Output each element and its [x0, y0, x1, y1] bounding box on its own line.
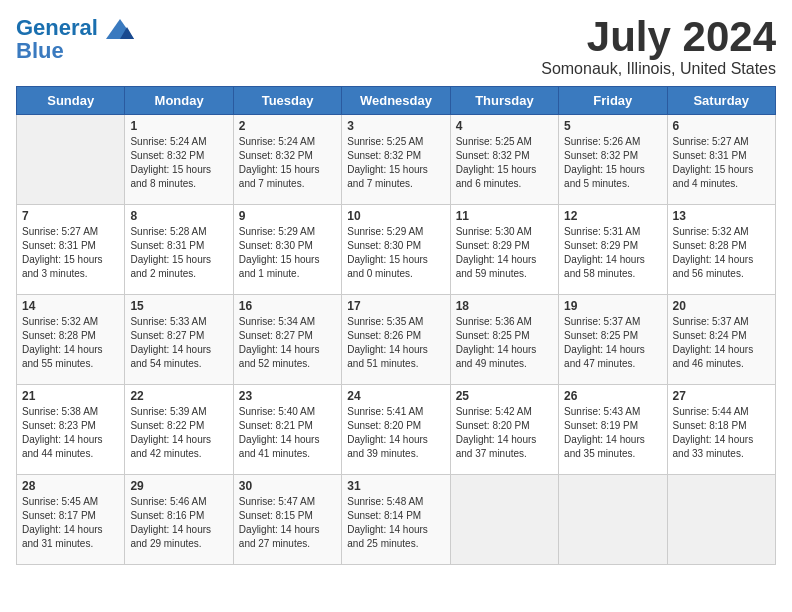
table-row: 3Sunrise: 5:25 AM Sunset: 8:32 PM Daylig…: [342, 115, 450, 205]
day-info: Sunrise: 5:28 AM Sunset: 8:31 PM Dayligh…: [130, 225, 227, 281]
day-info: Sunrise: 5:32 AM Sunset: 8:28 PM Dayligh…: [673, 225, 770, 281]
table-row: [667, 475, 775, 565]
day-number: 26: [564, 389, 661, 403]
day-number: 21: [22, 389, 119, 403]
header-thursday: Thursday: [450, 87, 558, 115]
table-row: 9Sunrise: 5:29 AM Sunset: 8:30 PM Daylig…: [233, 205, 341, 295]
table-row: [450, 475, 558, 565]
day-number: 9: [239, 209, 336, 223]
calendar-row: 28Sunrise: 5:45 AM Sunset: 8:17 PM Dayli…: [17, 475, 776, 565]
table-row: 20Sunrise: 5:37 AM Sunset: 8:24 PM Dayli…: [667, 295, 775, 385]
day-number: 6: [673, 119, 770, 133]
table-row: 23Sunrise: 5:40 AM Sunset: 8:21 PM Dayli…: [233, 385, 341, 475]
calendar-body: 1Sunrise: 5:24 AM Sunset: 8:32 PM Daylig…: [17, 115, 776, 565]
day-number: 1: [130, 119, 227, 133]
table-row: 26Sunrise: 5:43 AM Sunset: 8:19 PM Dayli…: [559, 385, 667, 475]
header-monday: Monday: [125, 87, 233, 115]
header-tuesday: Tuesday: [233, 87, 341, 115]
day-number: 5: [564, 119, 661, 133]
table-row: [559, 475, 667, 565]
page-header: General Blue July 2024 Somonauk, Illinoi…: [16, 16, 776, 78]
table-row: 11Sunrise: 5:30 AM Sunset: 8:29 PM Dayli…: [450, 205, 558, 295]
day-number: 12: [564, 209, 661, 223]
header-wednesday: Wednesday: [342, 87, 450, 115]
calendar-header: Sunday Monday Tuesday Wednesday Thursday…: [17, 87, 776, 115]
table-row: 5Sunrise: 5:26 AM Sunset: 8:32 PM Daylig…: [559, 115, 667, 205]
day-info: Sunrise: 5:29 AM Sunset: 8:30 PM Dayligh…: [347, 225, 444, 281]
logo-icon: [106, 19, 134, 39]
day-info: Sunrise: 5:37 AM Sunset: 8:25 PM Dayligh…: [564, 315, 661, 371]
weekday-header-row: Sunday Monday Tuesday Wednesday Thursday…: [17, 87, 776, 115]
day-number: 17: [347, 299, 444, 313]
table-row: 19Sunrise: 5:37 AM Sunset: 8:25 PM Dayli…: [559, 295, 667, 385]
day-info: Sunrise: 5:24 AM Sunset: 8:32 PM Dayligh…: [130, 135, 227, 191]
table-row: 6Sunrise: 5:27 AM Sunset: 8:31 PM Daylig…: [667, 115, 775, 205]
calendar-table: Sunday Monday Tuesday Wednesday Thursday…: [16, 86, 776, 565]
header-saturday: Saturday: [667, 87, 775, 115]
day-number: 25: [456, 389, 553, 403]
day-info: Sunrise: 5:27 AM Sunset: 8:31 PM Dayligh…: [673, 135, 770, 191]
day-info: Sunrise: 5:26 AM Sunset: 8:32 PM Dayligh…: [564, 135, 661, 191]
day-info: Sunrise: 5:40 AM Sunset: 8:21 PM Dayligh…: [239, 405, 336, 461]
day-info: Sunrise: 5:43 AM Sunset: 8:19 PM Dayligh…: [564, 405, 661, 461]
location-title: Somonauk, Illinois, United States: [541, 60, 776, 78]
day-info: Sunrise: 5:25 AM Sunset: 8:32 PM Dayligh…: [456, 135, 553, 191]
day-info: Sunrise: 5:36 AM Sunset: 8:25 PM Dayligh…: [456, 315, 553, 371]
calendar-row: 1Sunrise: 5:24 AM Sunset: 8:32 PM Daylig…: [17, 115, 776, 205]
day-info: Sunrise: 5:25 AM Sunset: 8:32 PM Dayligh…: [347, 135, 444, 191]
day-number: 15: [130, 299, 227, 313]
day-number: 27: [673, 389, 770, 403]
day-number: 31: [347, 479, 444, 493]
table-row: 24Sunrise: 5:41 AM Sunset: 8:20 PM Dayli…: [342, 385, 450, 475]
logo-text: General: [16, 16, 134, 40]
day-number: 11: [456, 209, 553, 223]
day-number: 7: [22, 209, 119, 223]
table-row: 28Sunrise: 5:45 AM Sunset: 8:17 PM Dayli…: [17, 475, 125, 565]
day-info: Sunrise: 5:30 AM Sunset: 8:29 PM Dayligh…: [456, 225, 553, 281]
day-info: Sunrise: 5:35 AM Sunset: 8:26 PM Dayligh…: [347, 315, 444, 371]
day-number: 29: [130, 479, 227, 493]
day-info: Sunrise: 5:32 AM Sunset: 8:28 PM Dayligh…: [22, 315, 119, 371]
day-info: Sunrise: 5:47 AM Sunset: 8:15 PM Dayligh…: [239, 495, 336, 551]
table-row: 18Sunrise: 5:36 AM Sunset: 8:25 PM Dayli…: [450, 295, 558, 385]
table-row: 30Sunrise: 5:47 AM Sunset: 8:15 PM Dayli…: [233, 475, 341, 565]
logo: General Blue: [16, 16, 134, 62]
calendar-row: 7Sunrise: 5:27 AM Sunset: 8:31 PM Daylig…: [17, 205, 776, 295]
day-number: 18: [456, 299, 553, 313]
day-number: 4: [456, 119, 553, 133]
header-sunday: Sunday: [17, 87, 125, 115]
table-row: 14Sunrise: 5:32 AM Sunset: 8:28 PM Dayli…: [17, 295, 125, 385]
day-number: 24: [347, 389, 444, 403]
day-number: 22: [130, 389, 227, 403]
day-number: 13: [673, 209, 770, 223]
month-title: July 2024: [541, 16, 776, 58]
day-number: 16: [239, 299, 336, 313]
day-number: 30: [239, 479, 336, 493]
table-row: 16Sunrise: 5:34 AM Sunset: 8:27 PM Dayli…: [233, 295, 341, 385]
day-number: 23: [239, 389, 336, 403]
day-number: 10: [347, 209, 444, 223]
logo-general: General: [16, 15, 98, 40]
day-info: Sunrise: 5:33 AM Sunset: 8:27 PM Dayligh…: [130, 315, 227, 371]
day-number: 14: [22, 299, 119, 313]
table-row: 10Sunrise: 5:29 AM Sunset: 8:30 PM Dayli…: [342, 205, 450, 295]
table-row: 31Sunrise: 5:48 AM Sunset: 8:14 PM Dayli…: [342, 475, 450, 565]
day-info: Sunrise: 5:44 AM Sunset: 8:18 PM Dayligh…: [673, 405, 770, 461]
day-number: 8: [130, 209, 227, 223]
table-row: [17, 115, 125, 205]
day-info: Sunrise: 5:24 AM Sunset: 8:32 PM Dayligh…: [239, 135, 336, 191]
day-info: Sunrise: 5:42 AM Sunset: 8:20 PM Dayligh…: [456, 405, 553, 461]
header-friday: Friday: [559, 87, 667, 115]
day-number: 2: [239, 119, 336, 133]
day-number: 3: [347, 119, 444, 133]
day-number: 19: [564, 299, 661, 313]
day-info: Sunrise: 5:31 AM Sunset: 8:29 PM Dayligh…: [564, 225, 661, 281]
table-row: 13Sunrise: 5:32 AM Sunset: 8:28 PM Dayli…: [667, 205, 775, 295]
table-row: 8Sunrise: 5:28 AM Sunset: 8:31 PM Daylig…: [125, 205, 233, 295]
table-row: 7Sunrise: 5:27 AM Sunset: 8:31 PM Daylig…: [17, 205, 125, 295]
day-info: Sunrise: 5:27 AM Sunset: 8:31 PM Dayligh…: [22, 225, 119, 281]
title-block: July 2024 Somonauk, Illinois, United Sta…: [541, 16, 776, 78]
table-row: 4Sunrise: 5:25 AM Sunset: 8:32 PM Daylig…: [450, 115, 558, 205]
calendar-row: 21Sunrise: 5:38 AM Sunset: 8:23 PM Dayli…: [17, 385, 776, 475]
table-row: 2Sunrise: 5:24 AM Sunset: 8:32 PM Daylig…: [233, 115, 341, 205]
